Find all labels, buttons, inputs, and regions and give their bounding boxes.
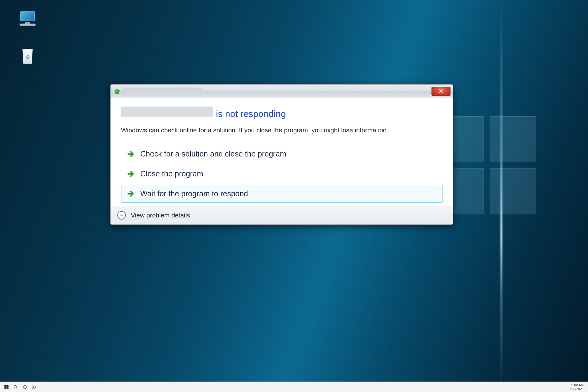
- option-label: Check for a solution and close the progr…: [140, 149, 286, 158]
- desktop-icon-this-pc[interactable]: [12, 11, 43, 29]
- svg-rect-0: [4, 385, 6, 387]
- task-view-icon: [32, 385, 36, 390]
- clock-date: 8/20/2021: [569, 387, 584, 391]
- task-view-button[interactable]: [29, 383, 39, 392]
- desktop-icon-recycle-bin[interactable]: [12, 47, 43, 66]
- heading-app-name-redacted: [121, 107, 213, 117]
- app-icon: [114, 88, 120, 95]
- taskbar[interactable]: 9:00 AM 8/20/2021: [0, 382, 588, 392]
- arrow-right-icon: [127, 170, 135, 178]
- option-check-solution[interactable]: Check for a solution and close the progr…: [121, 145, 443, 163]
- desktop-wallpaper[interactable]: is not responding Windows can check onli…: [0, 0, 588, 392]
- close-button[interactable]: [432, 87, 450, 96]
- start-button[interactable]: [2, 383, 11, 392]
- svg-line-5: [16, 388, 17, 389]
- dialog-description: Windows can check online for a solution.…: [121, 126, 412, 134]
- arrow-right-icon: [127, 190, 135, 198]
- arrow-right-icon: [127, 150, 135, 158]
- option-wait[interactable]: Wait for the program to respond: [121, 185, 443, 203]
- cortana-icon: [22, 385, 27, 390]
- details-label: View problem details: [131, 212, 190, 219]
- svg-rect-7: [32, 386, 33, 388]
- svg-rect-8: [34, 386, 35, 388]
- svg-rect-2: [4, 387, 6, 389]
- dialog-titlebar[interactable]: [111, 85, 453, 98]
- search-button[interactable]: [11, 383, 20, 392]
- recycle-bin-icon: [18, 47, 37, 65]
- svg-rect-3: [6, 387, 9, 389]
- dialog-heading: is not responding: [121, 107, 443, 119]
- search-icon: [13, 385, 18, 390]
- option-label: Wait for the program to respond: [140, 189, 248, 198]
- clock-time: 9:00 AM: [569, 383, 584, 387]
- cortana-button[interactable]: [20, 383, 29, 392]
- not-responding-dialog: is not responding Windows can check onli…: [110, 84, 453, 225]
- svg-point-4: [14, 385, 17, 388]
- dialog-title-redacted: [123, 88, 202, 95]
- close-icon: [438, 89, 444, 94]
- option-label: Close the program: [140, 169, 203, 178]
- view-problem-details[interactable]: View problem details: [111, 206, 453, 224]
- svg-point-6: [23, 385, 27, 389]
- computer-icon: [18, 11, 37, 28]
- windows-icon: [4, 385, 9, 390]
- chevron-down-icon: [117, 211, 126, 220]
- svg-rect-1: [6, 385, 9, 387]
- heading-suffix: is not responding: [216, 109, 286, 119]
- system-tray[interactable]: 9:00 AM 8/20/2021: [569, 383, 586, 391]
- option-close-program[interactable]: Close the program: [121, 165, 443, 183]
